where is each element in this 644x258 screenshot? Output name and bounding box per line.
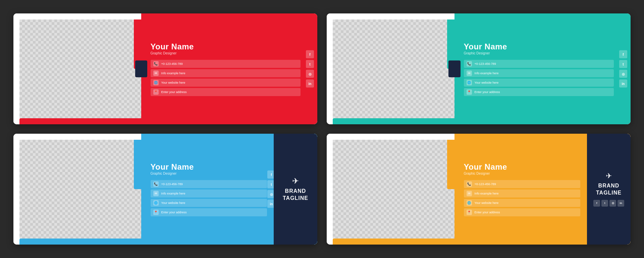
photo-area-blue — [13, 134, 141, 245]
email-row-red: ✉ Info example here — [151, 69, 301, 77]
social-ig-teal[interactable]: ◎ — [619, 70, 627, 78]
phone-row-teal: 📞 +0-123-456-789 — [464, 60, 614, 68]
brand-label-blue: BRANDTAGLINE — [283, 188, 308, 202]
address-text-blue: Enter your address — [161, 211, 187, 214]
info-area-orange: Your Name Graphic Designer 📞 +0-123-456-… — [454, 134, 631, 245]
email-text-blue: Info example here — [161, 192, 185, 195]
brand-box-blue: ✈ BRANDTAGLINE — [274, 134, 317, 245]
email-text-orange: Info example here — [475, 192, 499, 195]
phone-icon-blue: 📞 — [153, 181, 159, 187]
address-row-orange: 📍 Enter your address — [464, 208, 580, 216]
social-ig-red[interactable]: ◎ — [306, 70, 314, 78]
name-teal: Your Name — [464, 42, 614, 51]
info-area-teal: Your Name Graphic Designer 📞 +0-123-456-… — [454, 13, 631, 124]
addr-icon-orange: 📍 — [467, 210, 472, 215]
phone-icon-orange: 📞 — [467, 181, 472, 187]
social-li-red[interactable]: in — [306, 80, 314, 88]
photo-checkered-teal — [333, 19, 454, 118]
website-row-orange: 🌐 Your website here — [464, 199, 580, 207]
addr-icon-red: 📍 — [153, 89, 159, 95]
bottom-li-orange[interactable]: in — [618, 200, 624, 207]
name-red: Your Name — [151, 42, 301, 51]
email-text-teal: Info example here — [475, 72, 499, 75]
bottom-ig-orange[interactable]: ◎ — [609, 200, 616, 207]
website-text-red: Your website here — [161, 81, 185, 84]
brand-label-orange: BRANDTAGLINE — [596, 182, 622, 197]
teal-accent-bottom — [333, 118, 454, 124]
card-teal: Your Name Graphic Designer 📞 +0-123-456-… — [327, 13, 631, 124]
card-blue: Your Name Graphic Designer 📞 +0-123-456-… — [13, 134, 317, 245]
addr-icon-blue: 📍 — [153, 210, 159, 215]
jobtitle-red: Graphic Designer — [151, 51, 301, 55]
website-text-blue: Your website here — [161, 201, 185, 205]
address-row-blue: 📍 Enter your address — [151, 208, 267, 216]
address-row-red: 📍 Enter your address — [151, 88, 301, 96]
social-tw-teal[interactable]: t — [619, 60, 627, 68]
social-col-red: f t ◎ in — [306, 50, 314, 88]
email-icon-red: ✉ — [153, 71, 159, 76]
photo-area-teal — [327, 13, 454, 124]
phone-text-blue: +0-123-456-789 — [161, 182, 183, 186]
orange-accent-top — [447, 134, 454, 189]
photo-checkered-orange — [333, 140, 454, 239]
photo-checkered — [19, 19, 141, 118]
bottom-fb-orange[interactable]: f — [593, 200, 600, 207]
bottom-tw-orange[interactable]: t — [601, 200, 608, 207]
brand-box-orange: ✈ BRANDTAGLINE f t ◎ in — [587, 134, 631, 245]
web-icon-blue: 🌐 — [153, 200, 159, 206]
orange-accent-bottom — [333, 239, 454, 245]
phone-icon-teal: 📞 — [467, 61, 472, 67]
email-row-blue: ✉ Info example here — [151, 189, 267, 198]
address-text-red: Enter your address — [161, 90, 187, 94]
social-li-teal[interactable]: in — [619, 80, 627, 88]
phone-row-orange: 📞 +0-123-456-789 — [464, 180, 580, 188]
email-row-teal: ✉ Info example here — [464, 69, 614, 77]
blue-accent-bottom — [19, 239, 141, 245]
blue-accent-top — [134, 134, 141, 189]
red-accent-bottom — [19, 118, 141, 124]
photo-checkered-blue — [19, 140, 141, 239]
jobtitle-teal: Graphic Designer — [464, 51, 614, 55]
dark-notch-teal — [448, 60, 461, 77]
email-signatures-grid: Your Name Graphic Designer 📞 +0-123-456-… — [0, 0, 644, 258]
brand-icon-blue: ✈ — [292, 176, 299, 186]
jobtitle-orange: Graphic Designer — [464, 172, 580, 175]
info-area-red: Your Name Graphic Designer 📞 +0-123-456-… — [141, 13, 317, 124]
social-fb-teal[interactable]: f — [619, 50, 627, 58]
email-icon-orange: ✉ — [467, 191, 472, 196]
web-icon-orange: 🌐 — [467, 200, 472, 206]
phone-row-red: 📞 +0-123-456-789 — [151, 60, 301, 68]
jobtitle-blue: Graphic Designer — [151, 172, 267, 175]
website-row-blue: 🌐 Your website here — [151, 199, 267, 207]
social-tw-red[interactable]: t — [306, 60, 314, 68]
website-row-teal: 🌐 Your website here — [464, 79, 614, 87]
phone-text-red: +0-123-456-789 — [161, 62, 183, 66]
social-col-teal: f t ◎ in — [619, 50, 627, 88]
brand-icon-orange: ✈ — [606, 172, 612, 180]
website-row-red: 🌐 Your website here — [151, 79, 301, 87]
web-icon-red: 🌐 — [153, 80, 159, 85]
email-icon-teal: ✉ — [467, 71, 472, 76]
email-row-orange: ✉ Info example here — [464, 189, 580, 198]
addr-icon-teal: 📍 — [467, 89, 472, 95]
phone-text-orange: +0-123-456-789 — [475, 182, 496, 186]
website-text-orange: Your website here — [475, 201, 499, 205]
card-orange: Your Name Graphic Designer 📞 +0-123-456-… — [327, 134, 631, 245]
address-row-teal: 📍 Enter your address — [464, 88, 614, 96]
name-orange: Your Name — [464, 162, 580, 172]
email-text-red: Info example here — [161, 72, 185, 75]
info-area-blue: Your Name Graphic Designer 📞 +0-123-456-… — [141, 134, 317, 245]
address-text-teal: Enter your address — [475, 90, 500, 94]
website-text-teal: Your website here — [475, 81, 499, 84]
card-red: Your Name Graphic Designer 📞 +0-123-456-… — [13, 13, 317, 124]
social-fb-red[interactable]: f — [306, 50, 314, 58]
email-icon-blue: ✉ — [153, 191, 159, 196]
name-blue: Your Name — [151, 162, 267, 172]
phone-row-blue: 📞 +0-123-456-789 — [151, 180, 267, 188]
photo-area-orange — [327, 134, 454, 245]
phone-icon-red: 📞 — [153, 61, 159, 67]
bottom-social-orange: f t ◎ in — [593, 200, 624, 207]
dark-notch-red — [135, 60, 147, 77]
phone-text-teal: +0-123-456-789 — [475, 62, 496, 66]
address-text-orange: Enter your address — [475, 211, 500, 214]
